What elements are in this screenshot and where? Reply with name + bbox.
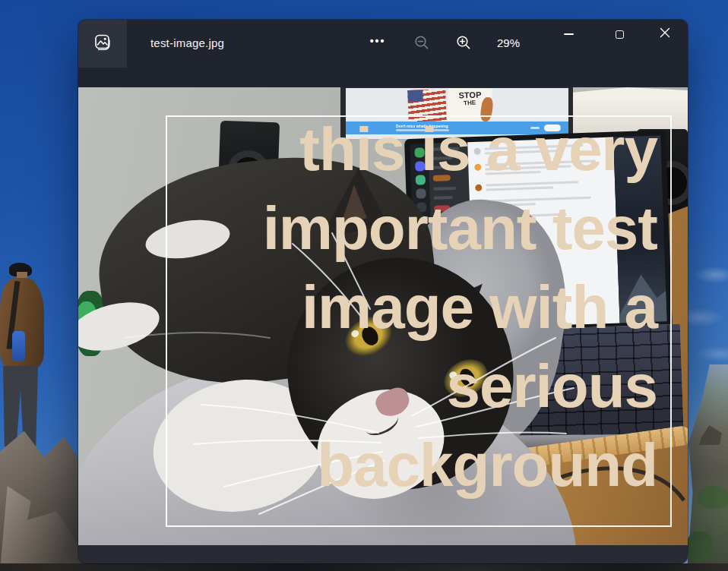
zoom-in-button[interactable] — [452, 33, 475, 55]
photo-canvas[interactable]: STOP THE Don't miss what's happening — [78, 87, 688, 545]
wallpaper-hiker — [0, 258, 53, 456]
caption-line: image with a — [263, 268, 657, 347]
titlebar[interactable]: test-image.jpg ••• — [78, 20, 688, 87]
minimize-button[interactable] — [551, 21, 586, 47]
close-icon — [660, 27, 670, 41]
more-options-button[interactable]: ••• — [362, 35, 393, 47]
magnifier-minus-icon — [413, 34, 430, 54]
wallpaper-vegetation — [687, 532, 713, 562]
window-title: test-image.jpg — [150, 36, 224, 49]
wallpaper-ground-strip — [0, 563, 728, 571]
caption-line: this is a very — [263, 110, 657, 189]
window-bottom-bar — [78, 545, 688, 563]
caption-line: background — [263, 426, 657, 505]
zoom-level-display: 29% — [486, 36, 531, 49]
close-button[interactable] — [647, 21, 682, 47]
maximize-button[interactable] — [602, 21, 637, 47]
zoom-out-button[interactable] — [410, 33, 433, 55]
desktop: test-image.jpg ••• — [0, 0, 728, 571]
minimize-icon — [564, 33, 574, 35]
app-icon-tab[interactable] — [78, 20, 127, 68]
caption-line: serious — [263, 347, 657, 426]
magnifier-plus-icon — [455, 34, 472, 54]
hiker-water-bottle — [12, 331, 25, 361]
maximize-icon — [616, 30, 624, 39]
photo-icon — [93, 33, 112, 55]
photo-caption: this is a very important test image with… — [263, 110, 657, 505]
caption-line: important test — [263, 189, 657, 268]
photos-app-window: test-image.jpg ••• — [78, 20, 688, 563]
wallpaper-vegetation — [698, 486, 728, 509]
clouds — [685, 251, 728, 372]
